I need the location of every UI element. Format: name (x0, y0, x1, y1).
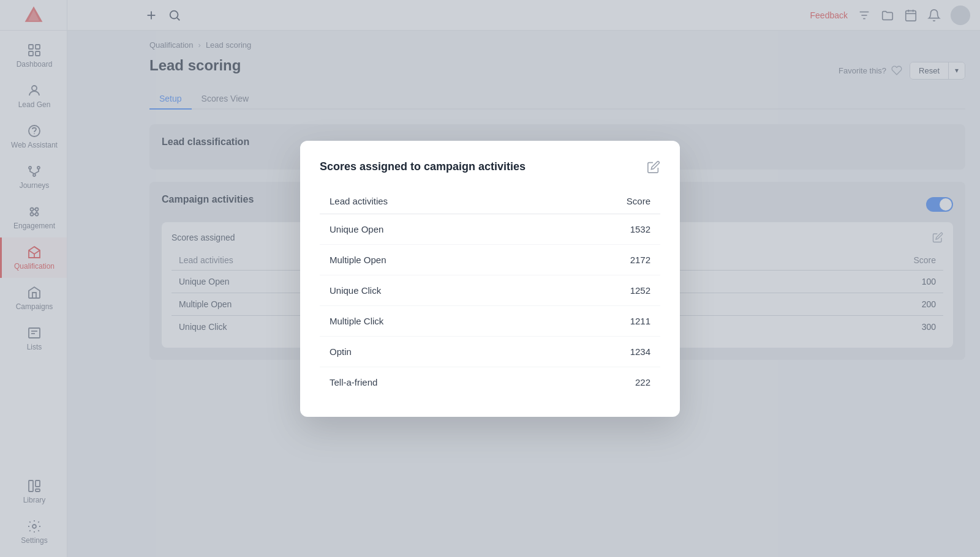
modal-score: 2172 (538, 244, 660, 275)
modal-table-row: Unique Open 1532 (320, 214, 660, 244)
modal-score: 1211 (538, 305, 660, 336)
modal-table-row: Tell-a-friend 222 (320, 367, 660, 397)
modal-score: 222 (538, 367, 660, 397)
modal-title: Scores assigned to campaign activities (320, 160, 526, 173)
modal-col-score: Score (538, 189, 660, 214)
modal-activity: Optin (320, 336, 538, 367)
modal-table-row: Unique Click 1252 (320, 275, 660, 305)
modal-table: Lead activities Score Unique Open 1532 M… (320, 189, 660, 397)
modal: Scores assigned to campaign activities L… (300, 141, 680, 417)
modal-score: 1234 (538, 336, 660, 367)
modal-header: Scores assigned to campaign activities (320, 160, 660, 174)
modal-activity: Multiple Open (320, 244, 538, 275)
modal-activity: Unique Click (320, 275, 538, 305)
modal-col-activity: Lead activities (320, 189, 538, 214)
modal-overlay[interactable]: Scores assigned to campaign activities L… (0, 0, 980, 557)
modal-score: 1532 (538, 214, 660, 244)
modal-activity: Multiple Click (320, 305, 538, 336)
modal-table-row: Multiple Open 2172 (320, 244, 660, 275)
modal-table-row: Multiple Click 1211 (320, 305, 660, 336)
modal-activity: Unique Open (320, 214, 538, 244)
modal-score: 1252 (538, 275, 660, 305)
modal-edit-icon[interactable] (647, 160, 660, 174)
modal-table-row: Optin 1234 (320, 336, 660, 367)
modal-activity: Tell-a-friend (320, 367, 538, 397)
